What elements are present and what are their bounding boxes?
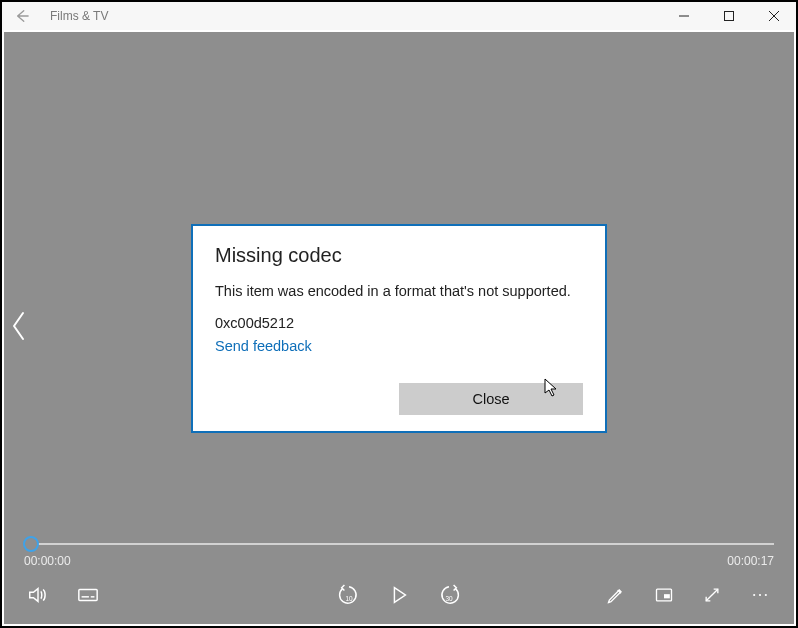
more-button[interactable] (748, 583, 772, 607)
maximize-button[interactable] (706, 2, 751, 30)
back-button[interactable] (2, 2, 42, 30)
svg-rect-1 (724, 12, 733, 21)
player-controls: 00:00:00 00:00:17 10 (4, 516, 794, 624)
skip-back-10-icon: 10 (338, 584, 360, 606)
skip-forward-30-icon: 30 (438, 584, 460, 606)
window-controls (661, 2, 796, 30)
duration: 00:00:17 (727, 554, 774, 568)
svg-line-13 (706, 589, 718, 601)
time-display: 00:00:00 00:00:17 (24, 554, 774, 568)
control-row: 10 30 (4, 574, 794, 616)
pencil-icon (606, 585, 626, 605)
play-button[interactable] (387, 583, 411, 607)
video-area: Missing codec This item was encoded in a… (4, 32, 794, 624)
send-feedback-link[interactable]: Send feedback (215, 338, 312, 354)
volume-icon (27, 584, 49, 606)
previous-item-button[interactable] (10, 311, 28, 345)
svg-rect-4 (79, 590, 97, 601)
svg-marker-8 (394, 588, 405, 603)
volume-button[interactable] (26, 583, 50, 607)
svg-point-15 (759, 594, 761, 596)
close-window-icon (769, 11, 779, 21)
mini-view-button[interactable] (652, 583, 676, 607)
more-icon (750, 585, 770, 605)
window-title: Films & TV (50, 9, 108, 23)
maximize-icon (724, 11, 734, 21)
dialog-actions: Close (215, 383, 583, 415)
mini-view-icon (654, 585, 674, 605)
chevron-left-icon (10, 311, 28, 341)
titlebar: Films & TV (2, 2, 796, 30)
back-arrow-icon (15, 9, 29, 23)
seek-bar[interactable] (24, 534, 774, 554)
svg-text:10: 10 (345, 595, 353, 602)
svg-point-16 (765, 594, 767, 596)
close-window-button[interactable] (751, 2, 796, 30)
edit-button[interactable] (604, 583, 628, 607)
fullscreen-button[interactable] (700, 583, 724, 607)
svg-point-14 (753, 594, 755, 596)
dialog-message: This item was encoded in a format that's… (215, 283, 583, 299)
current-time: 00:00:00 (24, 554, 71, 568)
mouse-cursor-icon (544, 378, 560, 402)
minimize-icon (679, 11, 689, 21)
fullscreen-icon (702, 585, 722, 605)
seek-thumb[interactable] (23, 536, 39, 552)
svg-rect-12 (664, 594, 670, 598)
play-icon (388, 584, 410, 606)
skip-back-button[interactable]: 10 (337, 583, 361, 607)
subtitles-icon (77, 584, 99, 606)
seek-track (24, 543, 774, 545)
app-window: Films & TV Missing codec This item was e… (0, 0, 798, 628)
dialog-error-code: 0xc00d5212 (215, 315, 583, 331)
subtitles-button[interactable] (76, 583, 100, 607)
dialog-title: Missing codec (215, 244, 583, 267)
svg-text:30: 30 (445, 595, 453, 602)
minimize-button[interactable] (661, 2, 706, 30)
skip-forward-button[interactable]: 30 (437, 583, 461, 607)
